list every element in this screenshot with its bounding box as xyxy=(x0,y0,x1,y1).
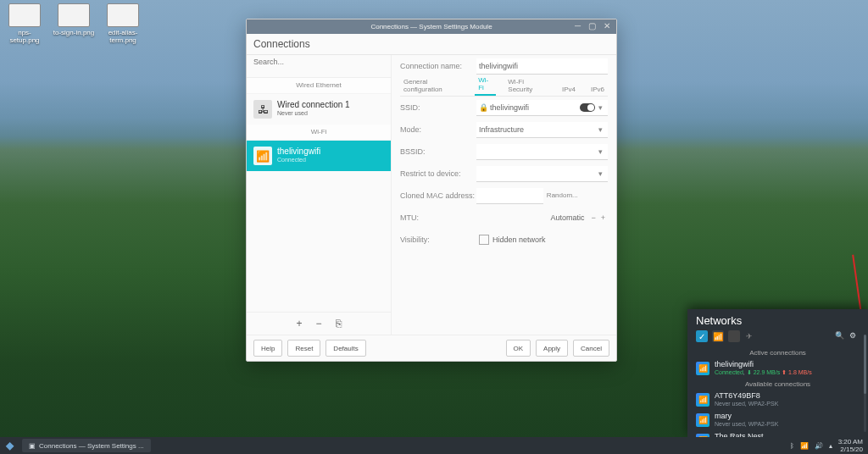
clock[interactable]: 3:20 AM2/15/20 xyxy=(838,438,863,453)
dialog-footer: Help Reset Defaults OK Apply Cancel xyxy=(247,335,616,361)
restrict-label: Restrict to device: xyxy=(400,169,476,178)
ethernet-icon: 🖧 xyxy=(253,100,272,119)
ssid-input[interactable]: 🔒 thelivingwifi ▾ xyxy=(476,100,608,116)
tray-expand-icon[interactable]: ▴ xyxy=(829,442,832,450)
cancel-button[interactable]: Cancel xyxy=(573,340,609,357)
tab-general[interactable]: General configuration xyxy=(400,75,466,96)
defaults-button[interactable]: Defaults xyxy=(326,340,365,357)
section-active: Active connections xyxy=(687,347,868,358)
connection-list-pane: Wired Ethernet 🖧 Wired connection 1Never… xyxy=(247,55,392,335)
available-connection[interactable]: 📶ATT6Y49BF8Never used, WPA2-PSK xyxy=(687,390,868,410)
category-wired: Wired Ethernet xyxy=(247,78,391,94)
visibility-label: Visibility: xyxy=(400,235,476,244)
search-input[interactable] xyxy=(252,57,389,67)
maximize-button[interactable]: ▢ xyxy=(587,21,597,30)
start-button[interactable]: ◆ xyxy=(0,437,19,454)
mode-label: Mode: xyxy=(400,125,476,134)
mtu-decrease[interactable]: − xyxy=(591,213,595,222)
active-connection[interactable]: 📶 thelivingwifi Connected, ⬇ 22.9 MB/s ⬆… xyxy=(687,358,868,379)
close-button[interactable]: ✕ xyxy=(602,21,611,30)
hidden-network-label: Hidden network xyxy=(492,235,546,244)
connection-details-pane: Connection name:thelivingwifi General co… xyxy=(392,55,616,335)
desktop-file[interactable]: edit-alias-term.png xyxy=(108,29,138,44)
help-button[interactable]: Help xyxy=(253,340,282,357)
add-connection-button[interactable]: + xyxy=(296,318,302,329)
mac-input[interactable] xyxy=(476,188,543,204)
popup-scrollbar[interactable] xyxy=(864,335,866,432)
desktop-file[interactable]: to-sign-in.png xyxy=(53,29,94,36)
bluetooth-icon[interactable]: ᛒ xyxy=(790,442,794,450)
bssid-select[interactable]: ▾ xyxy=(476,144,608,160)
mtu-increase[interactable]: + xyxy=(601,213,605,222)
window-icon: ▣ xyxy=(29,442,36,450)
ssid-dropdown[interactable]: ▾ xyxy=(595,103,605,112)
chevron-down-icon: ▾ xyxy=(595,125,605,134)
detail-tabs: General configuration Wi-Fi Wi-Fi Securi… xyxy=(400,77,608,97)
mobile-toggle[interactable] xyxy=(728,330,740,342)
wifi-icon: 📶 xyxy=(253,147,272,165)
ethernet-toggle[interactable]: ✓ xyxy=(696,330,708,342)
conn-name-input[interactable]: thelivingwifi xyxy=(476,58,608,75)
desktop-file[interactable]: nps-setup.png xyxy=(9,29,39,44)
chevron-down-icon: ▾ xyxy=(595,169,605,178)
available-connection[interactable]: 📶maryNever used, WPA2-PSK xyxy=(687,410,868,430)
taskbar-item-settings[interactable]: ▣Connections — System Settings ... xyxy=(22,439,151,452)
mac-label: Cloned MAC address: xyxy=(400,191,476,200)
network-popup-title: Networks xyxy=(687,309,868,329)
settings-window: Connections — System Settings Module ─ ▢… xyxy=(246,19,617,362)
chevron-down-icon: ▾ xyxy=(595,147,605,156)
tab-ipv4[interactable]: IPv4 xyxy=(559,83,579,96)
export-connection-button[interactable]: ⎘ xyxy=(336,318,342,329)
ssid-label: SSID: xyxy=(400,103,476,112)
network-tray-icon[interactable]: 📶 xyxy=(800,442,809,450)
tab-ipv6[interactable]: IPv6 xyxy=(587,83,608,96)
random-mac-button[interactable]: Random... xyxy=(543,191,581,200)
reset-button[interactable]: Reset xyxy=(287,340,320,357)
window-titlebar[interactable]: Connections — System Settings Module ─ ▢… xyxy=(247,19,616,34)
minimize-button[interactable]: ─ xyxy=(573,21,582,30)
remove-connection-button[interactable]: − xyxy=(316,318,322,329)
lock-icon: 🔒 xyxy=(479,103,487,111)
conn-name-label: Connection name: xyxy=(400,62,476,70)
wifi-toggle[interactable]: 📶 xyxy=(712,330,724,342)
mtu-label: MTU: xyxy=(400,213,476,222)
page-title: Connections xyxy=(247,34,616,55)
mtu-spinner[interactable]: Automatic −+ xyxy=(476,210,608,225)
bssid-label: BSSID: xyxy=(400,147,476,156)
gear-icon[interactable]: ⚙ xyxy=(849,331,860,341)
apply-button[interactable]: Apply xyxy=(536,340,568,357)
tab-wifi-security[interactable]: Wi-Fi Security xyxy=(504,75,550,96)
network-popup: Networks ✓ 📶 ✈ 🔍 ⚙ Active connections 📶 … xyxy=(687,309,868,438)
restrict-select[interactable]: ▾ xyxy=(476,166,608,182)
airplane-toggle[interactable]: ✈ xyxy=(746,332,753,340)
connection-item-wifi[interactable]: 📶 thelivingwifiConnected xyxy=(247,141,391,171)
ok-button[interactable]: OK xyxy=(506,340,531,357)
wifi-icon: 📶 xyxy=(696,362,709,375)
wifi-icon: 📶 xyxy=(696,393,709,407)
hidden-network-checkbox[interactable] xyxy=(479,235,489,245)
mode-select[interactable]: Infrastructure▾ xyxy=(476,122,608,138)
connection-item-wired[interactable]: 🖧 Wired connection 1Never used xyxy=(247,94,391,125)
taskbar: ◆ ▣Connections — System Settings ... ᛒ 📶… xyxy=(0,437,868,454)
window-title: Connections — System Settings Module xyxy=(370,23,492,30)
volume-tray-icon[interactable]: 🔊 xyxy=(815,442,823,450)
search-icon[interactable]: 🔍 xyxy=(835,331,845,341)
wifi-icon: 📶 xyxy=(696,413,709,427)
ssid-visibility-toggle[interactable] xyxy=(580,103,595,112)
category-wifi: Wi-Fi xyxy=(247,125,391,141)
section-available: Available connections xyxy=(687,379,868,390)
tab-wifi[interactable]: Wi-Fi xyxy=(475,74,496,96)
